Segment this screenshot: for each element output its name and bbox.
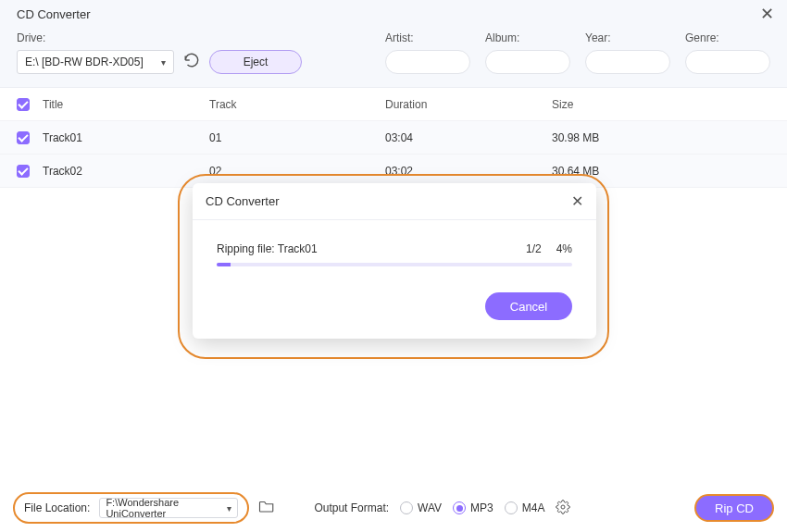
- format-label: MP3: [470, 501, 493, 514]
- gear-icon[interactable]: [556, 500, 570, 517]
- year-block: Year:: [585, 31, 670, 74]
- window-title: CD Converter: [17, 7, 90, 21]
- file-location-label: File Location:: [24, 501, 90, 514]
- modal-actions: Cancel: [193, 283, 596, 339]
- radio-icon: [400, 501, 413, 514]
- drive-label: Drive:: [17, 31, 302, 44]
- toolbar: Drive: E:\ [BD-RW BDR-XD05] ▾ Eject Arti…: [0, 28, 787, 88]
- cancel-button[interactable]: Cancel: [485, 292, 572, 320]
- album-block: Album:: [485, 31, 570, 74]
- progress-fill: [217, 263, 231, 266]
- row-checkbox[interactable]: [17, 165, 43, 178]
- cell-duration: 03:04: [385, 131, 552, 144]
- year-input[interactable]: [585, 50, 670, 74]
- format-wav[interactable]: WAV: [400, 501, 442, 514]
- progress-percent: 4%: [556, 242, 572, 255]
- format-label: WAV: [418, 501, 442, 514]
- col-size: Size: [552, 98, 770, 111]
- radio-icon: [505, 501, 518, 514]
- file-location-wrap: File Location: F:\Wondershare UniConvert…: [13, 492, 249, 524]
- format-label: M4A: [522, 501, 545, 514]
- table-header: Title Track Duration Size: [0, 88, 787, 121]
- drive-value: E:\ [BD-RW BDR-XD05]: [25, 56, 144, 68]
- progress-status: Ripping file: Track01: [217, 242, 511, 255]
- rip-cd-button[interactable]: Rip CD: [694, 494, 774, 522]
- ripping-modal: CD Converter ✕ Ripping file: Track01 1/2…: [193, 183, 596, 339]
- file-location-value: F:\Wondershare UniConverter: [106, 497, 231, 519]
- artist-input[interactable]: [385, 50, 470, 74]
- album-input[interactable]: [485, 50, 570, 74]
- col-duration: Duration: [385, 98, 552, 111]
- svg-point-0: [561, 505, 565, 509]
- modal-header: CD Converter ✕: [193, 183, 596, 220]
- album-label: Album:: [485, 31, 570, 44]
- chevron-down-icon: ▾: [227, 503, 231, 513]
- drive-row: E:\ [BD-RW BDR-XD05] ▾ Eject: [17, 50, 302, 74]
- genre-label: Genre:: [685, 31, 770, 44]
- cell-title: Track02: [43, 165, 209, 178]
- checkbox-icon: [17, 165, 30, 178]
- folder-icon[interactable]: [258, 499, 275, 517]
- output-format-label: Output Format:: [314, 501, 389, 514]
- artist-label: Artist:: [385, 31, 470, 44]
- row-checkbox[interactable]: [17, 131, 43, 144]
- genre-input[interactable]: [685, 50, 770, 74]
- radio-icon: [453, 501, 466, 514]
- cancel-label: Cancel: [510, 300, 547, 314]
- chevron-down-icon: ▾: [161, 57, 166, 68]
- rip-label: Rip CD: [715, 501, 754, 515]
- eject-button[interactable]: Eject: [209, 50, 302, 74]
- col-title: Title: [43, 98, 209, 111]
- year-label: Year:: [585, 31, 670, 44]
- drive-select[interactable]: E:\ [BD-RW BDR-XD05] ▾: [17, 50, 174, 74]
- eject-label: Eject: [244, 56, 269, 68]
- checkbox-icon: [17, 131, 30, 144]
- table-row[interactable]: Track01 01 03:04 30.98 MB: [0, 121, 787, 155]
- output-format: Output Format: WAV MP3 M4A: [314, 500, 570, 517]
- cell-title: Track01: [43, 131, 209, 144]
- col-track: Track: [209, 98, 385, 111]
- close-icon[interactable]: ✕: [760, 6, 774, 22]
- file-location-select[interactable]: F:\Wondershare UniConverter ▾: [99, 498, 238, 518]
- cell-size: 30.98 MB: [552, 131, 770, 144]
- drive-block: Drive: E:\ [BD-RW BDR-XD05] ▾ Eject: [17, 31, 302, 74]
- genre-block: Genre:: [685, 31, 770, 74]
- refresh-icon[interactable]: [183, 52, 200, 72]
- artist-block: Artist:: [385, 31, 470, 74]
- progress-row: Ripping file: Track01 1/2 4%: [217, 242, 572, 255]
- progress-bar: [217, 263, 572, 266]
- footer: File Location: F:\Wondershare UniConvert…: [0, 484, 787, 532]
- titlebar: CD Converter ✕: [0, 0, 787, 28]
- cell-track: 01: [209, 131, 385, 144]
- modal-close-icon[interactable]: ✕: [571, 192, 583, 210]
- modal-title: CD Converter: [206, 194, 279, 208]
- checkbox-icon: [17, 98, 30, 111]
- format-m4a[interactable]: M4A: [505, 501, 545, 514]
- modal-body: Ripping file: Track01 1/2 4%: [193, 220, 596, 283]
- select-all-checkbox[interactable]: [17, 98, 43, 111]
- format-mp3[interactable]: MP3: [453, 501, 493, 514]
- progress-counter: 1/2: [526, 242, 542, 255]
